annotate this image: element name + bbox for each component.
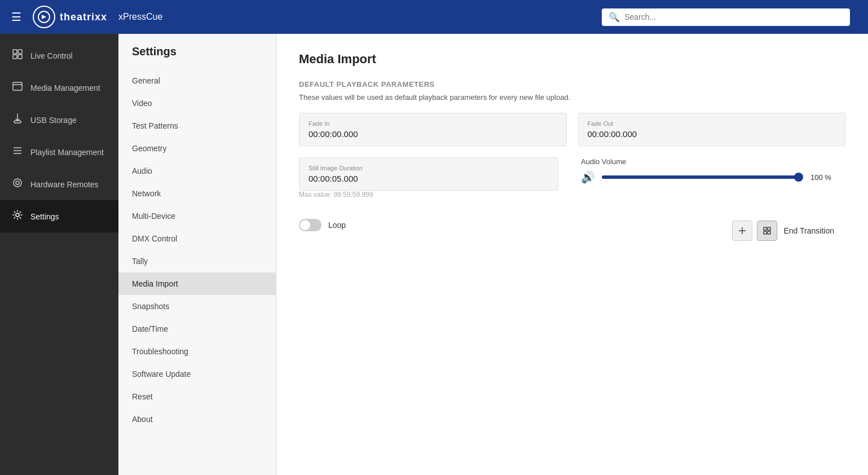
loop-toggle[interactable] (299, 219, 321, 231)
transition-btn-grid[interactable] (757, 221, 777, 241)
sidebar-label-playlist-management: Playlist Management (30, 148, 104, 157)
audio-volume-label: Audio Volume (581, 157, 845, 166)
settings-nav-dmx-control[interactable]: DMX Control (118, 227, 276, 250)
fade-out-field[interactable]: Fade Out 00:00:00.000 (578, 113, 846, 146)
sidebar-item-hardware-remotes[interactable]: Hardware Remotes (0, 168, 118, 200)
max-value-note: Max value: 99:59:59.999 (299, 191, 558, 199)
settings-sidebar: Settings General Video Test Patterns Geo… (118, 34, 276, 475)
svg-point-11 (14, 179, 21, 187)
svg-rect-1 (13, 50, 17, 54)
live-control-icon (11, 49, 24, 63)
svg-rect-18 (764, 231, 766, 234)
loop-label: Loop (328, 221, 346, 230)
settings-nav-geometry[interactable]: Geometry (118, 137, 276, 160)
app-name: xPressCue (118, 12, 162, 22)
svg-rect-4 (18, 55, 22, 59)
settings-nav-media-import[interactable]: Media Import (118, 272, 276, 295)
hamburger-icon[interactable]: ☰ (9, 8, 24, 26)
fade-in-value: 00:00:00.000 (309, 129, 557, 139)
sidebar-label-settings: Settings (30, 212, 59, 221)
usb-icon (11, 113, 24, 127)
settings-nav-tally[interactable]: Tally (118, 250, 276, 272)
fade-in-label: Fade In (309, 120, 557, 127)
svg-rect-16 (764, 227, 766, 230)
svg-rect-2 (18, 50, 22, 54)
fade-out-value: 00:00:00.000 (588, 129, 836, 139)
sidebar-label-media-management: Media Management (30, 83, 100, 93)
audio-volume-section: Audio Volume 🔊 100 % (570, 157, 845, 184)
volume-slider-thumb[interactable] (794, 173, 803, 182)
settings-nav-test-patterns[interactable]: Test Patterns (118, 115, 276, 137)
settings-nav-reset[interactable]: Reset (118, 385, 276, 408)
sidebar-label-live-control: Live Control (30, 51, 73, 60)
search-input[interactable] (624, 12, 843, 21)
settings-nav-about[interactable]: About (118, 408, 276, 430)
search-bar[interactable]: 🔍 (602, 8, 850, 26)
still-image-field[interactable]: Still Image Duration 00:00:05.000 (299, 157, 558, 191)
main-layout: Live Control Media Management USB Storag… (0, 34, 868, 475)
fade-fields-row: Fade In 00:00:00.000 Fade Out 00:00:00.0… (299, 113, 845, 146)
playlist-icon (11, 145, 24, 159)
page-title: Media Import (299, 52, 845, 67)
still-image-label: Still Image Duration (309, 165, 549, 171)
settings-nav-audio[interactable]: Audio (118, 160, 276, 182)
sidebar-label-usb-storage: USB Storage (30, 116, 77, 125)
transition-btn-move[interactable] (732, 221, 752, 241)
svg-rect-17 (768, 227, 770, 230)
logo-icon (33, 6, 55, 28)
settings-nav-datetime[interactable]: Date/Time (118, 318, 276, 340)
settings-nav-multi-device[interactable]: Multi-Device (118, 205, 276, 227)
sidebar-item-media-management[interactable]: Media Management (0, 72, 118, 104)
settings-icon (11, 209, 24, 223)
speaker-icon: 🔊 (581, 170, 595, 184)
sidebar-item-settings[interactable]: Settings (0, 200, 118, 232)
section-desc: These values will be used as default pla… (299, 93, 845, 102)
sidebar-item-live-control[interactable]: Live Control (0, 39, 118, 72)
toggle-knob (300, 220, 310, 230)
svg-rect-3 (13, 55, 17, 59)
loop-row: Loop (299, 219, 346, 231)
end-transition-row: End Transition (732, 221, 835, 241)
svg-point-13 (16, 213, 19, 217)
volume-slider-track[interactable] (602, 175, 799, 179)
hardware-remotes-icon (11, 177, 24, 191)
still-image-value: 00:00:05.000 (309, 174, 549, 183)
settings-nav-general[interactable]: General (118, 69, 276, 92)
svg-point-12 (16, 181, 19, 184)
end-transition-label: End Transition (784, 226, 835, 235)
logo-text: theatrixx (60, 11, 107, 23)
sidebar-label-hardware-remotes: Hardware Remotes (30, 180, 99, 189)
svg-rect-19 (768, 231, 770, 234)
topbar: ☰ theatrixx xPressCue 🔍 (0, 0, 868, 34)
settings-sidebar-title: Settings (118, 45, 276, 69)
search-icon: 🔍 (609, 12, 620, 23)
volume-percentage: 100 % (810, 173, 831, 182)
settings-nav-troubleshooting[interactable]: Troubleshooting (118, 340, 276, 363)
audio-row: 🔊 100 % (581, 170, 845, 184)
logo: theatrixx (33, 6, 107, 28)
svg-rect-5 (13, 82, 22, 90)
fade-in-field[interactable]: Fade In 00:00:00.000 (299, 113, 567, 146)
sidebar-item-usb-storage[interactable]: USB Storage (0, 104, 118, 136)
settings-nav-snapshots[interactable]: Snapshots (118, 295, 276, 318)
content-area: Media Import Default Playback Parameters… (276, 34, 868, 475)
svg-rect-7 (14, 121, 21, 123)
fade-out-label: Fade Out (588, 120, 836, 127)
section-subtitle: Default Playback Parameters (299, 80, 845, 89)
sidebar: Live Control Media Management USB Storag… (0, 34, 118, 475)
sidebar-item-playlist-management[interactable]: Playlist Management (0, 136, 118, 168)
settings-nav-video[interactable]: Video (118, 92, 276, 115)
media-management-icon (11, 81, 24, 95)
settings-nav-network[interactable]: Network (118, 182, 276, 205)
settings-nav-software-update[interactable]: Software Update (118, 363, 276, 385)
